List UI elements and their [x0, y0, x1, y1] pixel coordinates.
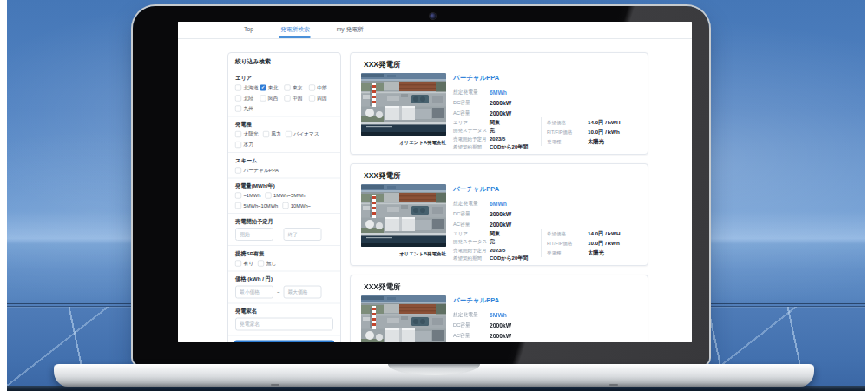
checkbox-label: 東北	[268, 84, 279, 91]
filter-checkbox[interactable]: 1MWh~5MWh	[265, 193, 305, 199]
spec-label: エリア	[453, 341, 490, 342]
range-to-input[interactable]	[284, 228, 322, 241]
spec-group-detail: エリア関東開発ステータス完売電開始予定月2023/5希望契約期間CODから20年…	[453, 118, 528, 151]
checkbox-icon[interactable]	[286, 131, 292, 137]
range-separator: ~	[277, 289, 280, 295]
range-to-input[interactable]	[284, 286, 322, 299]
checkbox-icon[interactable]	[235, 193, 241, 199]
webcam-icon	[430, 13, 436, 19]
filter-panel-title: 絞り込み検索	[228, 53, 340, 70]
plant-card[interactable]: XXX発電所	[350, 275, 648, 342]
checkbox-label: 風力	[271, 131, 281, 138]
plant-scheme-link[interactable]: バーチャルPPA	[453, 185, 499, 194]
plant-aerial-photo-image	[361, 295, 446, 342]
spec-label: AC容量	[453, 221, 490, 228]
spec-row: 想定発電量6MWh	[453, 198, 511, 209]
checkbox-icon[interactable]	[235, 167, 241, 173]
filter-checkbox[interactable]: バーチャルPPA	[235, 167, 279, 174]
filter-groups: エリア北海道東北東京中部北陸関西中国四国九州発電種太陽光風力バイオマス水力スキー…	[228, 70, 340, 336]
spec-row: 想定発電量6MWh	[453, 309, 511, 320]
checkbox-group: 有り無し	[235, 260, 333, 267]
checkbox-icon[interactable]	[285, 95, 291, 101]
spec-row: エリア関東	[453, 229, 528, 238]
checkbox-icon[interactable]	[265, 193, 271, 199]
checkbox-icon[interactable]	[235, 105, 241, 111]
filter-checkbox[interactable]: 有り	[235, 260, 253, 267]
filter-group-title: 発電種	[235, 121, 333, 129]
nav-tab[interactable]: my 発電所	[336, 22, 365, 38]
spec-value: 2023/5	[490, 136, 505, 142]
text-filter-input[interactable]	[235, 318, 333, 331]
spec-label: エリア	[453, 119, 490, 126]
filter-checkbox[interactable]: 太陽光	[235, 131, 259, 138]
checkbox-icon[interactable]	[235, 260, 241, 266]
filter-checkbox[interactable]: 北海道	[235, 84, 260, 91]
checkbox-icon[interactable]	[235, 202, 241, 209]
spec-label: 希望価格	[547, 119, 588, 126]
filter-checkbox[interactable]: 九州	[235, 105, 260, 112]
filter-group-title: 価格 (kWh / 円)	[235, 275, 333, 283]
spec-row: AC容量2000kW	[453, 330, 511, 341]
spec-label: 想定発電量	[453, 200, 490, 207]
spec-value: 関東	[490, 119, 500, 127]
plant-scheme-link[interactable]: バーチャルPPA	[453, 74, 499, 83]
filter-checkbox[interactable]: 中部	[309, 84, 333, 91]
spec-row: 発電種太陽光	[547, 248, 643, 257]
spec-row: 開発ステータス完	[453, 127, 528, 136]
filter-group-title: 発電量(MWh/年)	[235, 182, 333, 190]
search-button[interactable]: 再検索	[234, 341, 334, 343]
nav-tab[interactable]: 発電所検索	[279, 22, 311, 38]
filter-checkbox[interactable]: 無し	[258, 260, 276, 267]
range-from-input[interactable]	[235, 286, 273, 299]
filter-checkbox[interactable]: 四国	[309, 95, 333, 102]
nav-tab[interactable]: Top	[243, 22, 254, 38]
spec-row: 開発ステータス完	[453, 238, 528, 247]
filter-group: 発電種太陽光風力バイオマス水力	[228, 117, 340, 154]
checkbox-label: バーチャルPPA	[244, 167, 279, 174]
filter-checkbox[interactable]: 風力	[263, 131, 281, 138]
checkbox-icon[interactable]	[235, 95, 241, 101]
app-window: Top発電所検索my 発電所 絞り込み検索 エリア北海道東北東京中部北陸関西中国…	[178, 22, 692, 342]
checkbox-icon[interactable]	[235, 131, 241, 137]
checkbox-icon[interactable]	[258, 260, 264, 266]
checkbox-icon[interactable]	[309, 95, 315, 101]
filter-checkbox[interactable]: 10MWh~	[282, 202, 311, 209]
plant-card-title: XXX発電所	[364, 170, 401, 181]
spec-label: 希望契約期間	[453, 255, 490, 262]
filter-checkbox[interactable]: 5MWh~10MWh	[235, 202, 278, 209]
filter-checkbox[interactable]: ~1MWh	[235, 193, 260, 199]
checkbox-label: 中国	[293, 95, 303, 102]
spec-label: エリア	[453, 230, 490, 237]
spec-label: 発電種	[547, 138, 588, 145]
spec-row: AC容量2000kW	[453, 108, 511, 118]
filter-checkbox[interactable]: 中国	[285, 95, 309, 102]
spec-label: 発電種	[547, 249, 588, 256]
checkbox-icon[interactable]	[282, 202, 288, 209]
filter-group-title: 提携SP有無	[235, 250, 333, 258]
checkbox-label: 九州	[244, 105, 254, 112]
range-from-input[interactable]	[235, 228, 273, 241]
checkbox-label: 5MWh~10MWh	[244, 203, 279, 209]
plant-card[interactable]: XXX発電所	[350, 52, 648, 155]
spec-group-primary: 想定発電量6MWhDC容量2000kWAC容量2000kW	[453, 309, 511, 341]
plant-aerial-photo-image	[361, 73, 446, 136]
filter-checkbox[interactable]: 東京	[285, 84, 309, 91]
checkbox-icon[interactable]	[285, 84, 291, 90]
checkbox-icon[interactable]	[263, 131, 269, 137]
checkbox-icon[interactable]	[309, 84, 315, 90]
checkbox-icon[interactable]	[260, 95, 266, 101]
filter-checkbox[interactable]: 北陸	[235, 95, 260, 102]
plant-card[interactable]: XXX発電所	[350, 163, 648, 266]
filter-checkbox[interactable]: 関西	[260, 95, 284, 102]
plant-scheme-link[interactable]: バーチャルPPA	[453, 296, 499, 305]
filter-checkbox[interactable]: 東北	[260, 84, 284, 91]
spec-label: 希望価格	[547, 230, 588, 237]
checkbox-icon[interactable]	[235, 142, 241, 148]
checkbox-icon[interactable]	[235, 84, 241, 90]
checkbox-checked-icon[interactable]	[260, 84, 266, 90]
filter-checkbox[interactable]: バイオマス	[286, 131, 319, 138]
laptop-lid-notch	[388, 364, 480, 375]
filter-checkbox[interactable]: 水力	[235, 142, 253, 149]
spec-value: 太陽光	[588, 249, 604, 256]
spec-value: 2000kW	[490, 109, 511, 116]
